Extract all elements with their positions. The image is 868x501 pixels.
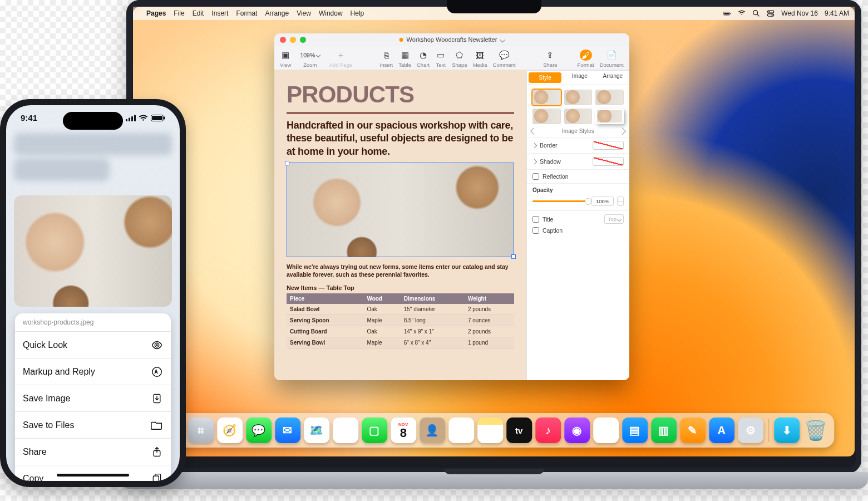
ios-menu-save-to-files[interactable]: Save to Files xyxy=(15,412,171,439)
inspector-reflection-row[interactable]: Reflection xyxy=(527,169,629,183)
image-style-thumb[interactable] xyxy=(564,90,593,105)
table-cell[interactable]: Serving Bowl xyxy=(287,337,363,348)
toolbar-zoom[interactable]: 109%Zoom xyxy=(297,50,323,68)
toolbar-table[interactable]: ▦Table xyxy=(398,50,411,68)
window-fullscreen-button[interactable] xyxy=(300,37,306,43)
opacity-stepper[interactable] xyxy=(617,197,624,206)
toolbar-comment[interactable]: 💬Comment xyxy=(493,50,516,68)
table-cell[interactable]: Cutting Board xyxy=(287,326,363,337)
ios-menu-share[interactable]: Share xyxy=(15,439,171,465)
menubar-item-help[interactable]: Help xyxy=(351,9,364,17)
toolbar-share[interactable]: ⇪Share xyxy=(543,50,557,68)
ios-menu-markup-and-reply[interactable]: Markup and Reply xyxy=(15,358,171,385)
table-cell[interactable]: Serving Spoon xyxy=(287,315,363,326)
table-cell[interactable]: Maple xyxy=(363,315,400,326)
table-cell[interactable]: Oak xyxy=(363,326,400,337)
wifi-icon[interactable] xyxy=(738,9,746,17)
inspector-title-row[interactable]: TitleTop xyxy=(527,210,629,227)
ios-menu-copy[interactable]: Copy xyxy=(15,465,171,481)
battery-icon[interactable] xyxy=(723,9,731,17)
window-minimize-button[interactable] xyxy=(290,37,296,43)
dock-app-keynote[interactable]: ▤ xyxy=(622,418,648,443)
dock-app-photos[interactable]: ❋ xyxy=(333,418,358,443)
dock-app-appstore[interactable]: A xyxy=(709,418,734,443)
menubar-date[interactable]: Wed Nov 16 xyxy=(781,9,818,17)
table-cell[interactable]: 8.5" long xyxy=(401,315,465,326)
table-row[interactable]: Serving BowlMaple6" x 8" x 4"1 pound xyxy=(287,337,514,348)
table-row[interactable]: Serving SpoonMaple8.5" long7 ounces xyxy=(287,315,514,326)
dock-app-numbers[interactable]: ▥ xyxy=(651,418,677,443)
table-cell[interactable]: 6" x 8" x 4" xyxy=(401,337,465,348)
table-header[interactable]: Weight xyxy=(465,293,514,304)
window-titlebar[interactable]: Workshop Woodcrafts Newsletter xyxy=(274,33,629,46)
dock-app-launchpad[interactable]: ⌗ xyxy=(188,418,214,443)
reflection-checkbox[interactable] xyxy=(532,173,539,180)
inspector-tab-style[interactable]: Style xyxy=(529,72,561,83)
title-checkbox[interactable] xyxy=(532,216,539,223)
table-cell[interactable]: 2 pounds xyxy=(465,304,514,315)
home-indicator[interactable] xyxy=(57,474,129,477)
menubar-item-view[interactable]: View xyxy=(297,9,311,17)
menubar-item-insert[interactable]: Insert xyxy=(211,9,228,17)
toolbar-shape[interactable]: ⬠Shape xyxy=(452,50,467,68)
table-cell[interactable]: 7 ounces xyxy=(465,315,514,326)
control-center-icon[interactable] xyxy=(767,9,775,17)
menubar-item-arrange[interactable]: Arrange xyxy=(265,9,289,17)
ios-menu-quick-look[interactable]: Quick Look xyxy=(15,332,171,358)
doc-selected-image[interactable] xyxy=(287,163,514,257)
opacity-field[interactable]: 100% xyxy=(591,197,614,206)
menubar-item-format[interactable]: Format xyxy=(236,9,257,17)
table-header[interactable]: Piece xyxy=(287,293,363,304)
doc-table[interactable]: Piece Wood Dimensions Weight Salad BowlO… xyxy=(287,293,514,348)
toolbar-view[interactable]: ▣View xyxy=(280,50,291,68)
caption-checkbox[interactable] xyxy=(532,227,539,234)
dock-app-news[interactable]: N xyxy=(593,418,619,443)
document-canvas[interactable]: PRODUCTS Handcrafted in our spacious wor… xyxy=(274,70,527,380)
image-style-thumb[interactable] xyxy=(595,90,624,105)
dock-app-reminders[interactable]: ☰ xyxy=(448,418,474,443)
table-cell[interactable]: 14" x 9" x 1" xyxy=(401,326,465,337)
dock-app-contacts[interactable]: 👤 xyxy=(420,418,445,443)
image-style-thumb[interactable] xyxy=(595,109,624,124)
toolbar-chart[interactable]: ◔Chart xyxy=(417,50,430,68)
window-close-button[interactable] xyxy=(280,37,286,43)
table-row[interactable]: Salad BowlOak15" diameter2 pounds xyxy=(287,304,514,315)
title-position-popup[interactable]: Top xyxy=(604,214,624,224)
image-style-thumb[interactable] xyxy=(564,109,593,124)
context-menu-preview-image[interactable] xyxy=(14,195,172,307)
title-chevron-down-icon[interactable] xyxy=(500,37,505,42)
doc-description[interactable]: While we're always trying out new forms,… xyxy=(287,263,514,278)
dock-app-systemsettings[interactable]: ⚙︎ xyxy=(738,418,763,443)
toolbar-media[interactable]: 🖼Media xyxy=(473,50,487,68)
table-header[interactable]: Wood xyxy=(363,293,400,304)
image-style-thumb[interactable] xyxy=(532,90,561,105)
slider-thumb-icon[interactable] xyxy=(585,198,591,205)
menubar-time[interactable]: 9:41 AM xyxy=(825,9,849,17)
table-cell[interactable]: Maple xyxy=(363,337,400,348)
ios-menu-save-image[interactable]: Save Image xyxy=(15,385,171,412)
toolbar-text[interactable]: ▭Text xyxy=(435,50,446,68)
toolbar-document[interactable]: 📄Document xyxy=(600,50,624,68)
none-swatch-icon[interactable] xyxy=(593,157,624,166)
dock-app-tv[interactable]: tv xyxy=(506,418,532,443)
none-swatch-icon[interactable] xyxy=(593,141,624,150)
table-header[interactable]: Dimensions xyxy=(401,293,465,304)
dock-app-mail[interactable]: ✉︎ xyxy=(275,418,300,443)
inspector-border-row[interactable]: Border xyxy=(527,137,629,153)
doc-subtitle[interactable]: Handcrafted in our spacious workshop wit… xyxy=(287,119,514,158)
dock-app-calendar[interactable]: NOV8 xyxy=(391,418,416,443)
inspector-tab-arrange[interactable]: Arrange xyxy=(596,71,629,85)
doc-title[interactable]: PRODUCTS xyxy=(287,81,514,108)
table-cell[interactable]: Salad Bowl xyxy=(287,304,363,315)
dock-app-maps[interactable]: 🗺️ xyxy=(304,418,329,443)
menubar-item-file[interactable]: File xyxy=(174,9,184,17)
doc-table-title[interactable]: New Items — Table Top xyxy=(287,284,514,291)
menubar-item-window[interactable]: Window xyxy=(319,9,343,17)
table-cell[interactable]: 1 pound xyxy=(465,337,514,348)
inspector-tab-image[interactable]: Image xyxy=(563,71,596,85)
dock-app-music[interactable]: ♪ xyxy=(535,418,561,443)
dock-app-pages[interactable]: ✎ xyxy=(680,418,706,443)
table-row[interactable]: Cutting BoardOak14" x 9" x 1"2 pounds xyxy=(287,326,514,337)
inspector-caption-row[interactable]: Caption xyxy=(527,227,629,237)
dock-app-facetime[interactable]: ▢ xyxy=(362,418,387,443)
